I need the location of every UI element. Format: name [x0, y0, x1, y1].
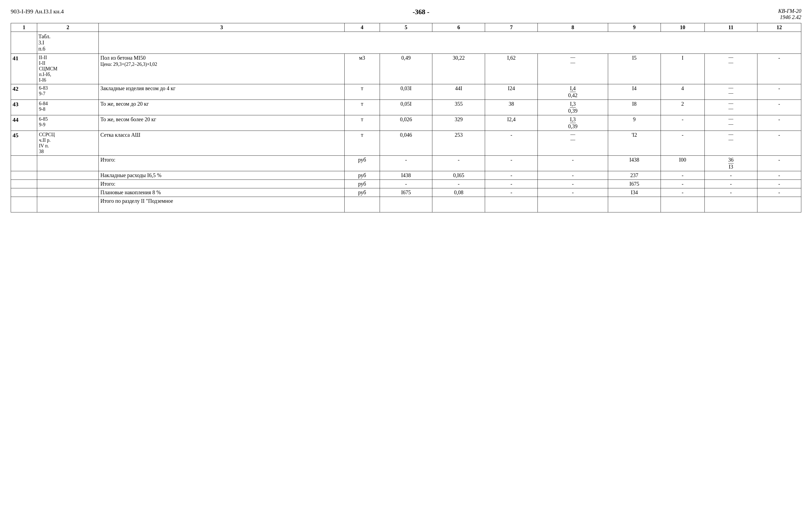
row-col6-41: 30,22 [432, 54, 485, 84]
row-col7-41: I,62 [485, 54, 538, 84]
row-desc-45: Сетка класса АШ [99, 131, 345, 156]
summary-col12-1: - [757, 156, 801, 171]
row-desc-44: То же, весом более 20 кг [99, 115, 345, 131]
th-col10: 10 [661, 23, 704, 32]
summary-col9-4: I34 [608, 188, 661, 197]
summary-col5-3: - [380, 180, 432, 188]
row-col9-43: I8 [608, 100, 661, 115]
row-code-45: ССРСЦч.II р.IV п.38 [37, 131, 99, 156]
row-num-42: 42 [11, 84, 37, 100]
th-col2: 2 [37, 23, 99, 32]
summary-label-4: Плановые накопления 8 % [99, 188, 345, 197]
summary-col7-2: - [485, 171, 538, 180]
table-row-41: 41 II-III-IIСЦМСМп.I-Iб,I-I6 Пол из бето… [11, 54, 801, 84]
row-unit-44: т [345, 115, 380, 131]
summary-col10-2: - [661, 171, 704, 180]
double-dash-45-8: — — [571, 132, 575, 143]
summary-row-itogo1: Итого: руб - - - - I438 I00 36 I3 - [11, 156, 801, 171]
table-row-44: 44 6-859-9 То же, весом более 20 кг т 0,… [11, 115, 801, 131]
summary-col1-1 [11, 156, 37, 171]
page-header: 903-I-I99 Ан.I3.I кн.4 -368 - КВ-ГМ-20 1… [11, 8, 801, 20]
row-col8-41: — — [538, 54, 608, 84]
summary-col5-5 [380, 197, 432, 212]
row-col7-42: I24 [485, 84, 538, 100]
summary-col5-1: - [380, 156, 432, 171]
th-col5: 5 [380, 23, 432, 32]
row-col12-44: - [757, 115, 801, 131]
row-col12-43: - [757, 100, 801, 115]
fraction-44-8: I,3 0,39 [568, 116, 578, 130]
th-col6: 6 [432, 23, 485, 32]
summary-col2-1 [37, 156, 99, 171]
row-col6-42: 44I [432, 84, 485, 100]
row-col8-45: — — [538, 131, 608, 156]
tabl-note-row: Табл.3.Iп.6 [11, 32, 801, 54]
summary-row-nakladnye: Накладные расходы I6,5 % руб I438 0,I65 … [11, 171, 801, 180]
summary-col12-5 [757, 197, 801, 212]
main-table: 1 2 3 4 5 6 7 8 9 10 11 12 Табл.3.Iп.6 4… [11, 23, 801, 212]
double-dash-45-11: — — [728, 132, 733, 143]
summary-col10-1: I00 [661, 156, 704, 171]
row-col11-41: — — [704, 54, 757, 84]
row-col5-44: 0,026 [380, 115, 432, 131]
row-col12-42: - [757, 84, 801, 100]
row-col11-44: — — [704, 115, 757, 131]
row-col10-42: 4 [661, 84, 704, 100]
tabl-note-col2: Табл.3.Iп.6 [37, 32, 99, 54]
row-col6-43: 355 [432, 100, 485, 115]
row-num-43: 43 [11, 100, 37, 115]
row-desc-42: Закладные изделия весом до 4 кг [99, 84, 345, 100]
summary-col8-4: - [538, 188, 608, 197]
row-desc-41: Пол из бетона МI50 Цена: 29,3+(27,2–26,3… [99, 54, 345, 84]
th-col8: 8 [538, 23, 608, 32]
row-code-44: 6-859-9 [37, 115, 99, 131]
row-col7-44: I2,4 [485, 115, 538, 131]
summary-col2-5 [37, 197, 99, 212]
summary-col7-4: - [485, 188, 538, 197]
row-unit-43: т [345, 100, 380, 115]
summary-unit-2: руб [345, 171, 380, 180]
summary-unit-4: руб [345, 188, 380, 197]
summary-col9-1: I438 [608, 156, 661, 171]
summary-label-3: Итого: [99, 180, 345, 188]
row-desc-43: То же, весом до 20 кг [99, 100, 345, 115]
summary-col8-1: - [538, 156, 608, 171]
summary-col2-2 [37, 171, 99, 180]
summary-col1-2 [11, 171, 37, 180]
row-col8-42: I,4 0,42 [538, 84, 608, 100]
row-col9-41: I5 [608, 54, 661, 84]
table-row-42: 42 6-839-7 Закладные изделия весом до 4 … [11, 84, 801, 100]
summary-col6-5 [432, 197, 485, 212]
row-col12-45: - [757, 131, 801, 156]
summary-col9-2: 237 [608, 171, 661, 180]
summary-col8-3: - [538, 180, 608, 188]
row-num-41: 41 [11, 54, 37, 84]
summary-col10-5 [661, 197, 704, 212]
summary-col1-5 [11, 197, 37, 212]
row-col5-45: 0,046 [380, 131, 432, 156]
summary-row-itogo-razdel: Итого по разделу II "Подземное [11, 197, 801, 212]
row-col5-41: 0,49 [380, 54, 432, 84]
summary-col10-3: - [661, 180, 704, 188]
double-dash-41-8: — — [571, 55, 575, 65]
summary-col8-2: - [538, 171, 608, 180]
row-col10-43: 2 [661, 100, 704, 115]
row-col11-43: — — [704, 100, 757, 115]
row-col10-45: - [661, 131, 704, 156]
table-row-43: 43 6-849-8 То же, весом до 20 кг т 0,05I… [11, 100, 801, 115]
row-col12-41: - [757, 54, 801, 84]
table-header-row: 1 2 3 4 5 6 7 8 9 10 11 12 [11, 23, 801, 32]
summary-row-planovye: Плановые накопления 8 % руб I675 0,08 - … [11, 188, 801, 197]
row-num-45: 45 [11, 131, 37, 156]
summary-col8-5 [538, 197, 608, 212]
summary-row-itogo2: Итого: руб - - - - I675 - - - [11, 180, 801, 188]
summary-col4-5 [345, 197, 380, 212]
row-col11-42: — — [704, 84, 757, 100]
row-col11-45: — — [704, 131, 757, 156]
doc-code: КВ-ГМ-20 1946 2.42 [778, 8, 801, 20]
row-unit-45: т [345, 131, 380, 156]
double-dash-41-11: — — [728, 55, 733, 65]
summary-col11-1: 36 I3 [704, 156, 757, 171]
summary-col6-2: 0,I65 [432, 171, 485, 180]
row-code-43: 6-849-8 [37, 100, 99, 115]
